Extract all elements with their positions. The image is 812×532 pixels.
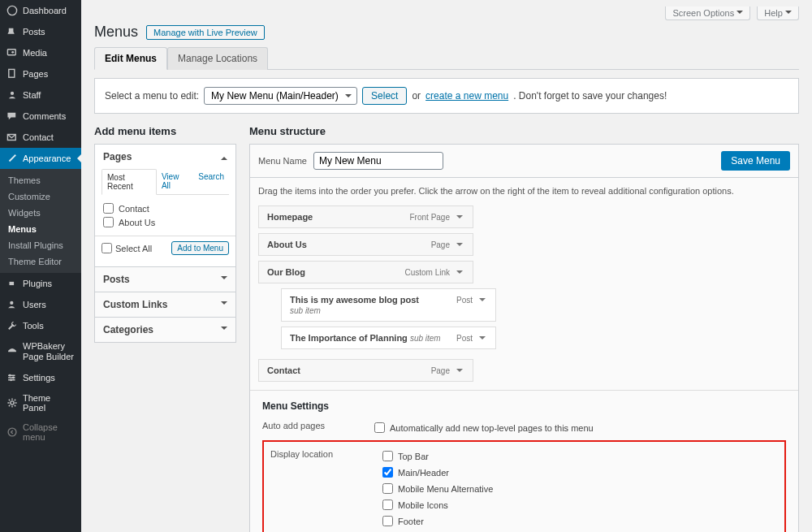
checkbox[interactable] bbox=[103, 217, 114, 227]
nav-tabs: Edit Menus Manage Locations bbox=[94, 47, 799, 70]
chevron-down-icon bbox=[221, 276, 227, 283]
label: Help bbox=[764, 8, 783, 18]
menu-name-input[interactable] bbox=[313, 152, 443, 170]
menu-item-planning[interactable]: The Importance of Planning sub itemPost bbox=[281, 327, 496, 349]
top-toolbar: Screen Options Help bbox=[94, 6, 799, 20]
submenu-install-plugins[interactable]: Install Plugins bbox=[0, 237, 81, 253]
notice-or: or bbox=[412, 90, 421, 102]
sidebar-item-contact[interactable]: Contact bbox=[0, 127, 81, 148]
sidebar-item-theme-panel[interactable]: Theme Panel bbox=[0, 388, 81, 417]
select-button[interactable]: Select bbox=[362, 87, 407, 105]
setting-display-location: Display location Top Bar Main/Header Mob… bbox=[270, 447, 778, 530]
subtab-view-all[interactable]: View All bbox=[157, 169, 193, 194]
label: About Us bbox=[119, 218, 155, 227]
menu-item-about[interactable]: About UsPage bbox=[258, 233, 473, 256]
sidebar-label: Pages bbox=[23, 69, 48, 79]
checkbox[interactable] bbox=[382, 516, 393, 526]
chevron-down-icon bbox=[785, 11, 792, 17]
submenu-theme-editor[interactable]: Theme Editor bbox=[0, 253, 81, 270]
location-main-header[interactable]: Main/Header bbox=[382, 465, 493, 479]
sidebar-item-dashboard[interactable]: Dashboard bbox=[0, 0, 81, 21]
tab-manage-locations[interactable]: Manage Locations bbox=[167, 47, 268, 70]
checkbox[interactable] bbox=[382, 451, 393, 461]
chevron-down-icon[interactable] bbox=[455, 240, 464, 249]
subtab-most-recent[interactable]: Most Recent bbox=[102, 169, 157, 195]
submenu-themes[interactable]: Themes bbox=[0, 172, 81, 188]
acc-head-pages[interactable]: Pages bbox=[95, 145, 235, 169]
menu-settings-title: Menu Settings bbox=[262, 400, 786, 412]
add-to-menu-button[interactable]: Add to Menu bbox=[171, 241, 229, 255]
menu-item-type: Post bbox=[456, 334, 473, 343]
sidebar-label: WPBakery Page Builder bbox=[23, 341, 75, 362]
location-mobile-icons[interactable]: Mobile Icons bbox=[382, 498, 493, 512]
select-all-checkbox[interactable]: Select All bbox=[102, 243, 152, 253]
tab-edit-menus[interactable]: Edit Menus bbox=[94, 47, 167, 70]
acc-head-categories[interactable]: Categories bbox=[95, 317, 235, 342]
screen-options-button[interactable]: Screen Options bbox=[665, 6, 750, 20]
menu-item-contact[interactable]: ContactPage bbox=[258, 359, 473, 382]
checkbox[interactable] bbox=[382, 467, 393, 478]
sidebar-collapse[interactable]: Collapse menu bbox=[0, 417, 81, 447]
menu-select[interactable]: My New Menu (Main/Header) bbox=[204, 87, 357, 105]
save-menu-button-top[interactable]: Save Menu bbox=[721, 151, 790, 171]
chevron-down-icon[interactable] bbox=[455, 267, 464, 277]
menu-editor: Menu Name Save Menu Drag the items into … bbox=[249, 144, 799, 532]
users-icon bbox=[6, 299, 18, 310]
chevron-down-icon[interactable] bbox=[455, 365, 464, 375]
sidebar-item-tools[interactable]: Tools bbox=[0, 315, 81, 336]
chevron-down-icon[interactable] bbox=[477, 295, 487, 305]
checkbox[interactable] bbox=[374, 422, 385, 433]
checkbox[interactable] bbox=[382, 483, 393, 494]
location-mobile-alt[interactable]: Mobile Menu Alternative bbox=[382, 482, 493, 495]
page-checkbox-about[interactable]: About Us bbox=[103, 215, 227, 229]
menu-instructions: Drag the items into the order you prefer… bbox=[250, 178, 798, 201]
sidebar-label: Plugins bbox=[23, 279, 52, 288]
svg-point-8 bbox=[9, 374, 11, 377]
pin-icon bbox=[6, 26, 18, 37]
auto-add-checkbox[interactable]: Automatically add new top-level pages to… bbox=[374, 421, 594, 435]
submenu-customize[interactable]: Customize bbox=[0, 188, 81, 205]
submenu-widgets[interactable]: Widgets bbox=[0, 205, 81, 221]
create-new-menu-link[interactable]: create a new menu bbox=[425, 90, 508, 102]
sidebar-item-plugins[interactable]: Plugins bbox=[0, 273, 81, 294]
menu-item-blog-post[interactable]: This is my awesome blog postPost sub ite… bbox=[281, 288, 496, 322]
menu-item-homepage[interactable]: HomepageFront Page bbox=[258, 205, 473, 228]
menu-item-blog[interactable]: Our BlogCustom Link bbox=[258, 261, 473, 283]
checkbox[interactable] bbox=[103, 203, 114, 214]
acc-footer: Select All Add to Menu bbox=[95, 236, 235, 260]
menu-item-label: Homepage bbox=[267, 212, 313, 222]
sidebar-item-media[interactable]: Media bbox=[0, 42, 81, 63]
menu-name-row: Menu Name bbox=[258, 152, 443, 170]
chevron-down-icon[interactable] bbox=[455, 212, 464, 222]
subtab-search[interactable]: Search bbox=[193, 169, 229, 194]
brush-icon bbox=[6, 153, 18, 164]
sidebar-item-settings[interactable]: Settings bbox=[0, 367, 81, 388]
sidebar-item-posts[interactable]: Posts bbox=[0, 21, 81, 42]
sidebar-item-pages[interactable]: Pages bbox=[0, 63, 81, 84]
gear-icon bbox=[6, 397, 18, 409]
page-checkbox-contact[interactable]: Contact bbox=[103, 201, 227, 215]
sidebar-item-users[interactable]: Users bbox=[0, 294, 81, 315]
acc-body-pages: Most Recent View All Search Contact Abou… bbox=[95, 169, 235, 266]
checkbox[interactable] bbox=[102, 243, 112, 253]
chevron-down-icon[interactable] bbox=[477, 333, 487, 343]
sidebar-item-wpbakery[interactable]: WPBakery Page Builder bbox=[0, 336, 81, 367]
submenu-menus[interactable]: Menus bbox=[0, 221, 81, 237]
sidebar-item-comments[interactable]: Comments bbox=[0, 106, 81, 127]
location-footer[interactable]: Footer bbox=[382, 514, 493, 528]
media-icon bbox=[6, 47, 18, 58]
checkbox[interactable] bbox=[382, 500, 393, 510]
label: Contact bbox=[119, 204, 149, 214]
help-button[interactable]: Help bbox=[757, 6, 799, 20]
svg-point-11 bbox=[11, 401, 14, 404]
acc-head-custom-links[interactable]: Custom Links bbox=[95, 292, 235, 317]
menu-item-label: Our Blog bbox=[267, 267, 305, 277]
live-preview-button[interactable]: Manage with Live Preview bbox=[146, 25, 265, 40]
label: Footer bbox=[398, 517, 424, 526]
acc-head-posts[interactable]: Posts bbox=[95, 266, 235, 292]
sidebar-item-appearance[interactable]: Appearance bbox=[0, 148, 81, 169]
collapse-icon bbox=[6, 426, 18, 438]
sidebar-item-staff[interactable]: Staff bbox=[0, 84, 81, 106]
menu-settings: Menu Settings Auto add pages Automatical… bbox=[250, 390, 798, 532]
location-top-bar[interactable]: Top Bar bbox=[382, 449, 493, 463]
